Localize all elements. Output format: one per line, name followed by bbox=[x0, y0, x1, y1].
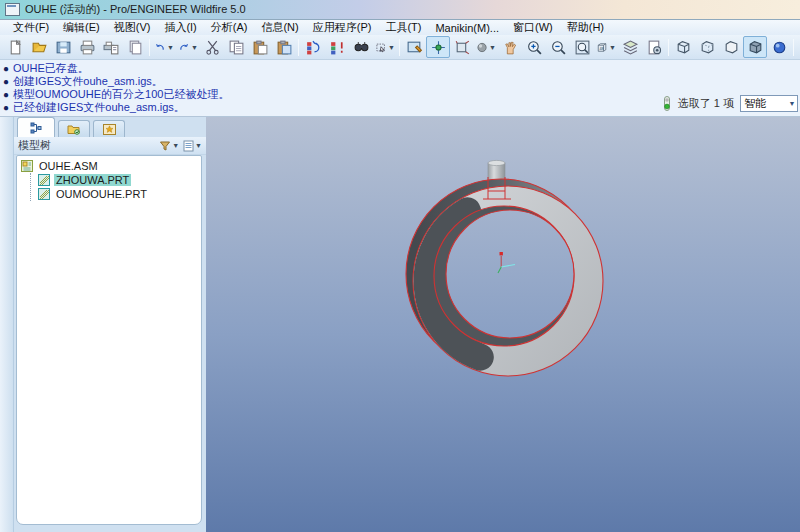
menu-item-10[interactable]: 帮助(H) bbox=[560, 20, 611, 35]
menu-item-8[interactable]: Manikin(M)... bbox=[428, 22, 506, 34]
part-icon bbox=[38, 188, 50, 200]
menu-item-7[interactable]: 工具(T) bbox=[378, 20, 428, 35]
shaded-display-button[interactable] bbox=[743, 36, 767, 58]
tree-item-label: ZHOUWA.PRT bbox=[54, 174, 131, 186]
redo-button[interactable]: ▼ bbox=[176, 36, 200, 58]
find-button[interactable] bbox=[349, 36, 373, 58]
select-box-button[interactable]: ▼ bbox=[373, 36, 397, 58]
copy-button[interactable] bbox=[224, 36, 248, 58]
toolbar-separator bbox=[793, 39, 794, 56]
ring-model bbox=[406, 179, 603, 376]
toolbar-separator bbox=[298, 39, 299, 56]
main-toolbar: ▼▼▼▼48▼.xxx? bbox=[0, 35, 800, 60]
app-icon bbox=[5, 3, 20, 16]
paste-special-button[interactable] bbox=[272, 36, 296, 58]
spin-center-button[interactable] bbox=[426, 36, 450, 58]
regenerate-custom-button[interactable] bbox=[325, 36, 349, 58]
erase-display-button[interactable] bbox=[123, 36, 147, 58]
navigator-panel: 模型树 ▼ ▼ bbox=[0, 117, 206, 532]
selection-status: 选取了 1 项 智能 ▼ bbox=[662, 93, 798, 114]
print-button[interactable] bbox=[75, 36, 99, 58]
menu-item-1[interactable]: 编辑(E) bbox=[56, 20, 107, 35]
favorites-star-icon bbox=[103, 124, 116, 135]
info-bar: ●OUHE已存盘。●创建IGES文件ouhe_asm.igs。●模型OUMOOU… bbox=[0, 60, 800, 117]
model-tree: OUHE.ASM ZHOUWA.PRTOUMOOUHE.PRT bbox=[16, 155, 202, 525]
tree-item-0[interactable]: ZHOUWA.PRT bbox=[38, 173, 201, 187]
svg-text:48: 48 bbox=[599, 46, 603, 50]
message-line: ●模型OUMOOUHE的百分之100已经被处理。 bbox=[3, 88, 229, 101]
graphics-viewport[interactable] bbox=[206, 117, 800, 532]
3d-model-canvas bbox=[206, 117, 800, 532]
main-area: 模型树 ▼ ▼ bbox=[0, 117, 800, 532]
window-title: OUHE (活动的) - Pro/ENGINEER Wildfire 5.0 bbox=[25, 2, 246, 17]
menu-item-0[interactable]: 文件(F) bbox=[6, 20, 56, 35]
layers-button[interactable] bbox=[618, 36, 642, 58]
undo-button[interactable]: ▼ bbox=[152, 36, 176, 58]
menu-item-9[interactable]: 窗口(W) bbox=[506, 20, 560, 35]
regenerate-button[interactable] bbox=[301, 36, 325, 58]
tree-item-label: OUHE.ASM bbox=[37, 160, 100, 172]
toolbar-separator bbox=[149, 39, 150, 56]
zoom-out-button[interactable] bbox=[546, 36, 570, 58]
tree-item-root[interactable]: OUHE.ASM bbox=[21, 159, 201, 173]
menu-item-3[interactable]: 插入(I) bbox=[157, 20, 203, 35]
print-preview-button[interactable] bbox=[99, 36, 123, 58]
realistic-display-button[interactable] bbox=[767, 36, 791, 58]
cut-button[interactable] bbox=[200, 36, 224, 58]
wireframe-display-button[interactable] bbox=[671, 36, 695, 58]
menu-item-2[interactable]: 视图(V) bbox=[107, 20, 158, 35]
datum-plane-toggle-button[interactable] bbox=[796, 36, 800, 58]
assembly-icon bbox=[21, 160, 33, 172]
folder-icon bbox=[67, 124, 81, 135]
tree-filter-button[interactable]: ▼ bbox=[159, 140, 179, 152]
model-tree-title: 模型树 bbox=[18, 138, 155, 153]
view-manager-button[interactable] bbox=[642, 36, 666, 58]
hidden-line-display-button[interactable] bbox=[695, 36, 719, 58]
tree-item-1[interactable]: OUMOOUHE.PRT bbox=[38, 187, 201, 201]
proe-window: OUHE (活动的) - Pro/ENGINEER Wildfire 5.0 文… bbox=[0, 0, 800, 532]
part-icon bbox=[38, 174, 50, 186]
selection-count-text: 选取了 1 项 bbox=[678, 96, 734, 111]
status-light-icon bbox=[662, 96, 672, 111]
menu-item-6[interactable]: 应用程序(P) bbox=[306, 20, 379, 35]
selection-filter-value: 智能 bbox=[741, 96, 787, 111]
paste-button[interactable] bbox=[248, 36, 272, 58]
message-line: ●创建IGES文件ouhe_asm.igs。 bbox=[3, 75, 229, 88]
message-line: ●OUHE已存盘。 bbox=[3, 62, 229, 75]
chevron-down-icon: ▼ bbox=[787, 100, 797, 107]
no-hidden-display-button[interactable] bbox=[719, 36, 743, 58]
menu-bar: 文件(F)编辑(E)视图(V)插入(I)分析(A)信息(N)应用程序(P)工具(… bbox=[0, 20, 800, 35]
menu-item-4[interactable]: 分析(A) bbox=[204, 20, 255, 35]
folder-browser-tab[interactable] bbox=[58, 120, 90, 137]
orient-mode-button[interactable] bbox=[450, 36, 474, 58]
favorites-tab[interactable] bbox=[93, 120, 125, 137]
selection-filter-combo[interactable]: 智能 ▼ bbox=[740, 95, 798, 112]
tree-children: ZHOUWA.PRTOUMOOUHE.PRT bbox=[30, 173, 201, 201]
menu-item-5[interactable]: 信息(N) bbox=[254, 20, 305, 35]
zoom-in-button[interactable] bbox=[522, 36, 546, 58]
tree-item-label: OUMOOUHE.PRT bbox=[54, 188, 149, 200]
navigator-sash[interactable] bbox=[0, 117, 14, 532]
save-file-button[interactable] bbox=[51, 36, 75, 58]
saved-views-button[interactable]: 48▼ bbox=[594, 36, 618, 58]
toolbar-separator bbox=[399, 39, 400, 56]
toolbar-separator bbox=[668, 39, 669, 56]
refit-button[interactable] bbox=[570, 36, 594, 58]
open-file-button[interactable] bbox=[27, 36, 51, 58]
message-line: ●已经创建IGES文件ouhe_asm.igs。 bbox=[3, 101, 229, 114]
funnel-icon bbox=[159, 140, 171, 152]
shaded-view-button[interactable]: ▼ bbox=[474, 36, 498, 58]
title-bar: OUHE (活动的) - Pro/ENGINEER Wildfire 5.0 bbox=[0, 0, 800, 20]
navigator-tabs bbox=[14, 117, 206, 137]
model-tree-header: 模型树 ▼ ▼ bbox=[14, 137, 206, 155]
repaint-button[interactable] bbox=[402, 36, 426, 58]
model-tree-icon bbox=[30, 122, 43, 134]
message-area: ●OUHE已存盘。●创建IGES文件ouhe_asm.igs。●模型OUMOOU… bbox=[3, 62, 229, 114]
list-sheet-icon bbox=[183, 140, 194, 152]
model-tree-tab[interactable] bbox=[17, 117, 55, 137]
tree-settings-button[interactable]: ▼ bbox=[183, 140, 202, 152]
view-mode-button[interactable] bbox=[498, 36, 522, 58]
new-file-button[interactable] bbox=[3, 36, 27, 58]
